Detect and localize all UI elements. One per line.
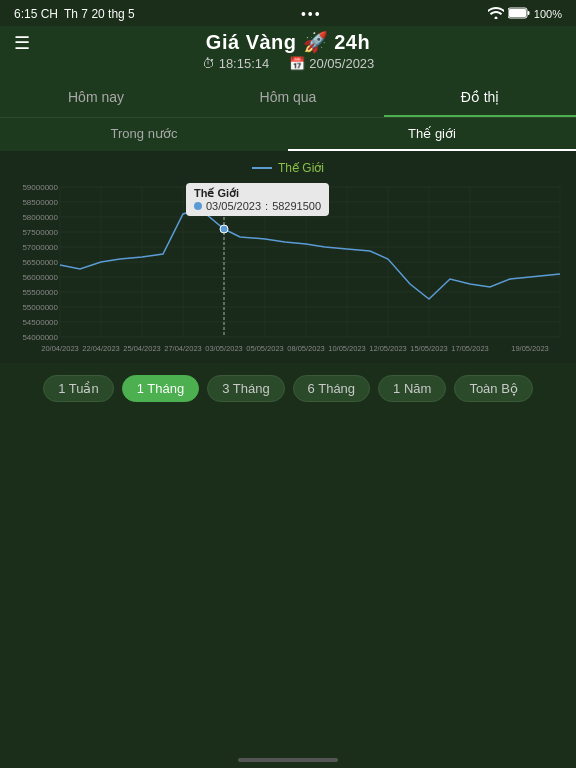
period-1-nam[interactable]: 1 Năm bbox=[378, 375, 446, 402]
calendar-icon: 📅 bbox=[289, 56, 305, 71]
tab-do-thi[interactable]: Đồ thị bbox=[384, 79, 576, 117]
battery-pct: 100% bbox=[534, 8, 562, 20]
svg-text:10/05/2023: 10/05/2023 bbox=[328, 344, 366, 353]
header-time: ⏱ 18:15:14 bbox=[202, 56, 270, 71]
svg-text:56000000: 56000000 bbox=[22, 273, 58, 282]
svg-text:54000000: 54000000 bbox=[22, 333, 58, 342]
sub-tab-bar: Trong nước Thế giới bbox=[0, 118, 576, 151]
app-header: ☰ Giá Vàng 🚀 24h ⏱ 18:15:14 📅 20/05/2023 bbox=[0, 26, 576, 79]
svg-text:55000000: 55000000 bbox=[22, 303, 58, 312]
status-day: Th 7 20 thg 5 bbox=[64, 7, 135, 21]
svg-rect-1 bbox=[509, 9, 526, 17]
status-dots: ••• bbox=[301, 6, 322, 22]
period-1-thang[interactable]: 1 Tháng bbox=[122, 375, 199, 402]
svg-text:20/04/2023: 20/04/2023 bbox=[41, 344, 79, 353]
svg-text:17/05/2023: 17/05/2023 bbox=[451, 344, 489, 353]
svg-text:12/05/2023: 12/05/2023 bbox=[369, 344, 407, 353]
svg-text:59000000: 59000000 bbox=[22, 183, 58, 192]
svg-text:08/05/2023: 08/05/2023 bbox=[287, 344, 325, 353]
svg-text:25/04/2023: 25/04/2023 bbox=[123, 344, 161, 353]
app-title: Giá Vàng 🚀 24h bbox=[14, 30, 562, 54]
menu-button[interactable]: ☰ bbox=[14, 34, 30, 52]
period-6-thang[interactable]: 6 Tháng bbox=[293, 375, 370, 402]
status-time: 6:15 CH bbox=[14, 7, 58, 21]
svg-text:19/05/2023: 19/05/2023 bbox=[511, 344, 549, 353]
tab-trong-nuoc[interactable]: Trong nước bbox=[0, 118, 288, 151]
svg-text:15/05/2023: 15/05/2023 bbox=[410, 344, 448, 353]
svg-text:05/05/2023: 05/05/2023 bbox=[246, 344, 284, 353]
wifi-icon bbox=[488, 7, 504, 22]
tab-the-gioi[interactable]: Thế giới bbox=[288, 118, 576, 151]
status-right: 100% bbox=[488, 7, 562, 22]
status-bar: 6:15 CH Th 7 20 thg 5 ••• 100% bbox=[0, 0, 576, 26]
tab-hom-nay[interactable]: Hôm nay bbox=[0, 79, 192, 117]
clock-icon: ⏱ bbox=[202, 56, 215, 71]
period-row: 1 Tuần 1 Tháng 3 Tháng 6 Tháng 1 Năm Toà… bbox=[0, 363, 576, 414]
svg-text:27/04/2023: 27/04/2023 bbox=[164, 344, 202, 353]
svg-text:58000000: 58000000 bbox=[22, 213, 58, 222]
svg-rect-2 bbox=[527, 11, 529, 15]
period-toan-bo[interactable]: Toàn Bộ bbox=[454, 375, 532, 402]
svg-text:57000000: 57000000 bbox=[22, 243, 58, 252]
chart-area: Thế Giới 59000000 58500000 58000000 5750… bbox=[0, 151, 576, 363]
period-3-thang[interactable]: 3 Tháng bbox=[207, 375, 284, 402]
svg-text:54500000: 54500000 bbox=[22, 318, 58, 327]
top-tab-bar: Hôm nay Hôm qua Đồ thị bbox=[0, 79, 576, 118]
header-date: 📅 20/05/2023 bbox=[289, 56, 374, 71]
chart-title: Thế Giới bbox=[0, 161, 576, 175]
svg-point-39 bbox=[220, 225, 228, 233]
status-left: 6:15 CH Th 7 20 thg 5 bbox=[14, 7, 135, 21]
home-indicator bbox=[238, 758, 338, 762]
svg-text:56500000: 56500000 bbox=[22, 258, 58, 267]
battery-icon bbox=[508, 7, 530, 22]
chart-svg: 59000000 58500000 58000000 57500000 5700… bbox=[0, 179, 576, 359]
svg-text:58500000: 58500000 bbox=[22, 198, 58, 207]
svg-text:22/04/2023: 22/04/2023 bbox=[82, 344, 120, 353]
header-subtitle: ⏱ 18:15:14 📅 20/05/2023 bbox=[14, 56, 562, 71]
svg-text:55500000: 55500000 bbox=[22, 288, 58, 297]
period-1-tuan[interactable]: 1 Tuần bbox=[43, 375, 114, 402]
tab-hom-qua[interactable]: Hôm qua bbox=[192, 79, 384, 117]
svg-text:03/05/2023: 03/05/2023 bbox=[205, 344, 243, 353]
svg-text:57500000: 57500000 bbox=[22, 228, 58, 237]
